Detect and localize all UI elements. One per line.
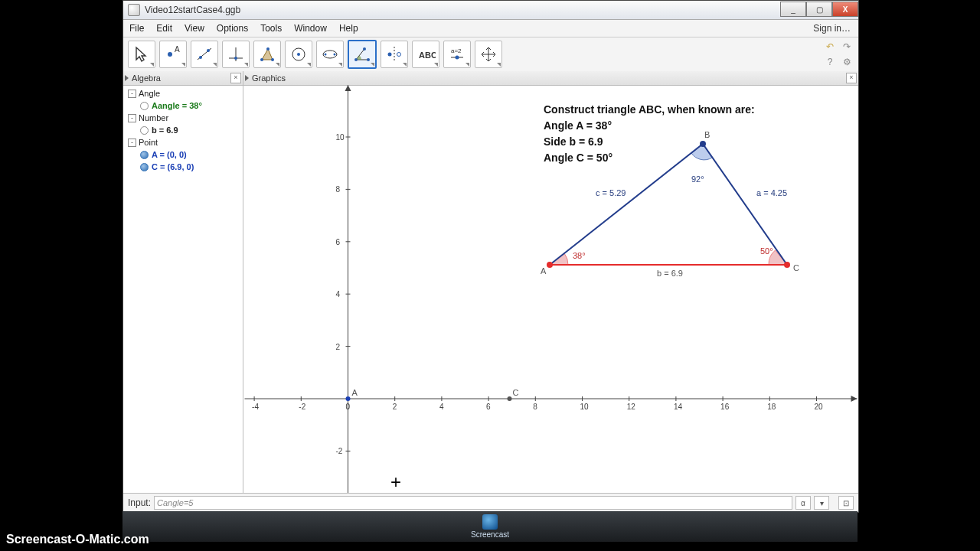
- point-a-label: A: [352, 388, 358, 397]
- svg-text:a=2: a=2: [451, 47, 462, 54]
- point-c-label: C: [513, 388, 519, 397]
- dropdown-button[interactable]: ▾: [814, 496, 829, 510]
- move-tool[interactable]: [128, 41, 155, 68]
- sign-in-link[interactable]: Sign in…: [813, 23, 858, 34]
- svg-text:8: 8: [533, 403, 537, 411]
- help-input-button[interactable]: ⊡: [838, 496, 854, 510]
- watermark: Screencast-O-Matic.com: [6, 533, 149, 546]
- expand-icon[interactable]: -: [128, 139, 136, 147]
- conic-tool[interactable]: [316, 41, 344, 68]
- graphics-header[interactable]: Graphics ×: [243, 71, 858, 86]
- perpendicular-tool[interactable]: [222, 41, 250, 68]
- svg-text:c = 5.29: c = 5.29: [596, 188, 626, 197]
- svg-point-15: [325, 54, 327, 56]
- svg-point-17: [354, 58, 358, 61]
- alpha-button[interactable]: α: [795, 496, 811, 510]
- point-a[interactable]: [346, 396, 351, 401]
- slider-tool[interactable]: a=2: [443, 41, 471, 68]
- menubar: File Edit View Options Tools Window Help…: [123, 20, 858, 37]
- svg-point-18: [367, 58, 370, 61]
- input-field[interactable]: [154, 496, 792, 510]
- svg-point-71: [700, 141, 706, 147]
- svg-point-70: [547, 262, 553, 268]
- reflect-tool[interactable]: [381, 41, 408, 68]
- menu-edit[interactable]: Edit: [150, 20, 178, 37]
- svg-text:ABC: ABC: [419, 51, 436, 60]
- point-tool[interactable]: A: [159, 41, 187, 68]
- close-button[interactable]: X: [832, 2, 858, 17]
- tree-item[interactable]: C = (6.9, 0): [152, 162, 194, 171]
- svg-text:6: 6: [486, 403, 491, 411]
- tree-item[interactable]: b = 6.9: [152, 126, 178, 135]
- algebra-header[interactable]: Algebra ×: [123, 71, 243, 86]
- svg-marker-29: [851, 396, 858, 402]
- collapse-icon[interactable]: [245, 75, 249, 81]
- svg-text:10: 10: [580, 403, 590, 411]
- category-point[interactable]: Point: [139, 138, 158, 147]
- svg-text:-2: -2: [336, 447, 343, 455]
- svg-text:C: C: [793, 263, 799, 272]
- svg-text:A: A: [541, 266, 547, 276]
- svg-point-16: [334, 54, 336, 56]
- expand-icon[interactable]: -: [128, 114, 136, 122]
- window-title: Video12startCase4.ggb: [145, 5, 780, 15]
- taskbar-item-screencast[interactable]: Screencast: [471, 514, 509, 539]
- expand-icon[interactable]: -: [128, 90, 136, 98]
- visibility-toggle[interactable]: [140, 163, 149, 171]
- tree-item[interactable]: A = (0, 0): [152, 150, 187, 159]
- menu-view[interactable]: View: [178, 20, 211, 37]
- svg-text:b = 6.9: b = 6.9: [657, 269, 683, 278]
- crosshair-cursor: +: [390, 471, 401, 493]
- svg-point-0: [168, 52, 172, 57]
- line-tool[interactable]: [191, 41, 218, 68]
- close-panel-icon[interactable]: ×: [230, 73, 241, 83]
- svg-text:12: 12: [627, 403, 636, 411]
- graphics-canvas[interactable]: -4-202468101214161820 -2246810 A C Const…: [243, 85, 858, 494]
- reference-triangle: A B C 38° 92° 50° c = 5.29 a = 4.25 b = …: [534, 127, 810, 280]
- text-tool[interactable]: ABC: [412, 41, 439, 68]
- graphics-title: Graphics: [252, 73, 286, 83]
- visibility-toggle[interactable]: [140, 102, 149, 110]
- close-panel-icon[interactable]: ×: [846, 73, 857, 83]
- algebra-tree: -Angle Aangle = 38° -Number b = 6.9 -Poi…: [123, 86, 243, 174]
- menu-help[interactable]: Help: [333, 20, 364, 37]
- help-icon[interactable]: ?: [823, 55, 837, 69]
- svg-point-3: [199, 56, 202, 59]
- settings-icon[interactable]: ⚙: [840, 55, 854, 69]
- svg-text:-2: -2: [299, 403, 305, 411]
- input-label: Input:: [128, 497, 151, 508]
- tree-item[interactable]: Aangle = 38°: [152, 101, 202, 110]
- point-c[interactable]: [508, 396, 512, 401]
- titlebar[interactable]: Video12startCase4.ggb _ ▢ X: [123, 1, 858, 20]
- svg-point-10: [271, 58, 274, 61]
- svg-text:2: 2: [336, 343, 341, 351]
- menu-tools[interactable]: Tools: [254, 20, 288, 37]
- algebra-panel: Algebra × -Angle Aangle = 38° -Number b …: [123, 71, 243, 494]
- graphics-panel: Graphics × -4-202468101214161820 -2: [243, 71, 858, 494]
- svg-point-22: [397, 53, 401, 57]
- svg-point-21: [388, 53, 392, 57]
- category-angle[interactable]: Angle: [139, 89, 160, 98]
- undo-icon[interactable]: ↶: [823, 40, 837, 54]
- category-number[interactable]: Number: [139, 113, 168, 122]
- input-bar: Input: α ▾ ⊡: [123, 493, 858, 512]
- redo-icon[interactable]: ↷: [840, 40, 854, 54]
- circle-tool[interactable]: [285, 41, 312, 68]
- svg-point-13: [297, 53, 300, 56]
- menu-window[interactable]: Window: [288, 20, 333, 37]
- svg-point-4: [207, 49, 210, 52]
- move-graphics-tool[interactable]: [475, 41, 502, 68]
- svg-point-25: [456, 56, 459, 60]
- svg-marker-30: [345, 85, 351, 91]
- polygon-tool[interactable]: [253, 41, 281, 68]
- minimize-button[interactable]: _: [780, 2, 806, 17]
- menu-file[interactable]: File: [123, 20, 150, 37]
- angle-tool[interactable]: [348, 40, 377, 69]
- visibility-toggle[interactable]: [140, 151, 149, 159]
- windows-taskbar[interactable]: Screencast: [122, 511, 858, 542]
- svg-point-7: [234, 57, 237, 60]
- collapse-icon[interactable]: [125, 75, 129, 81]
- visibility-toggle[interactable]: [140, 126, 149, 135]
- maximize-button[interactable]: ▢: [806, 2, 832, 17]
- menu-options[interactable]: Options: [211, 20, 254, 37]
